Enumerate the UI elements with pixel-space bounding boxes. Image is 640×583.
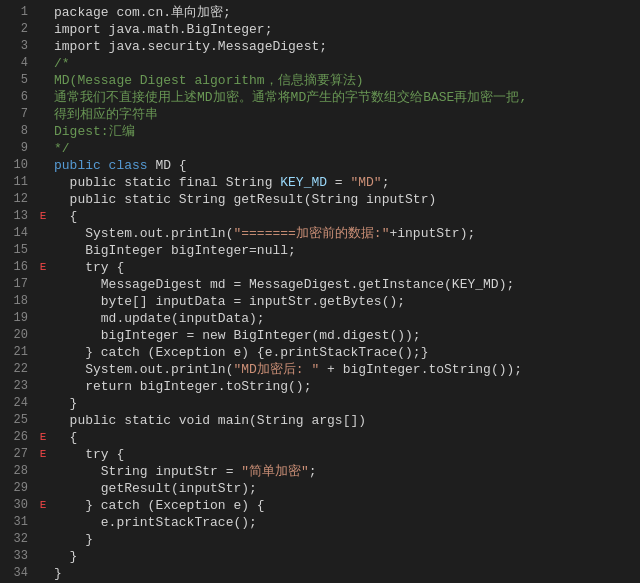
line-number: 6 xyxy=(0,89,36,106)
line-content: try { xyxy=(50,259,640,276)
code-token: bigInteger = new BigInteger(md.digest())… xyxy=(54,328,421,343)
code-line: 11 public static final String KEY_MD = "… xyxy=(0,174,640,191)
line-content: public static String getResult(String in… xyxy=(50,191,640,208)
code-token: } xyxy=(54,566,62,581)
code-token: "简单加密" xyxy=(241,464,309,479)
line-content: MessageDigest md = MessageDigest.getInst… xyxy=(50,276,640,293)
code-line: 26E { xyxy=(0,429,640,446)
code-token: md.update(inputData); xyxy=(54,311,265,326)
line-content: 得到相应的字符串 xyxy=(50,106,640,123)
code-line: 17 MessageDigest md = MessageDigest.getI… xyxy=(0,276,640,293)
code-line: 9*/ xyxy=(0,140,640,157)
code-token: } xyxy=(54,549,77,564)
code-line: 19 md.update(inputData); xyxy=(0,310,640,327)
code-token: return bigInteger.toString(); xyxy=(54,379,311,394)
code-token: Digest:汇编 xyxy=(54,124,135,139)
line-content: MD(Message Digest algorithm，信息摘要算法) xyxy=(50,72,640,89)
code-token: class xyxy=(109,158,156,173)
line-gutter: E xyxy=(36,446,50,463)
line-content: BigInteger bigInteger=null; xyxy=(50,242,640,259)
line-content: return bigInteger.toString(); xyxy=(50,378,640,395)
line-number: 4 xyxy=(0,55,36,72)
line-number: 11 xyxy=(0,174,36,191)
code-token: package com.cn.单向加密; xyxy=(54,5,231,20)
code-line: 30E } catch (Exception e) { xyxy=(0,497,640,514)
line-content: package com.cn.单向加密; xyxy=(50,4,640,21)
line-number: 14 xyxy=(0,225,36,242)
code-line: 13E { xyxy=(0,208,640,225)
code-token: ; xyxy=(382,175,390,190)
code-line: 3import java.security.MessageDigest; xyxy=(0,38,640,55)
line-gutter: E xyxy=(36,259,50,276)
code-token: System.out.println( xyxy=(54,226,233,241)
line-content: } xyxy=(50,565,640,582)
line-number: 3 xyxy=(0,38,36,55)
code-line: 15 BigInteger bigInteger=null; xyxy=(0,242,640,259)
code-line: 12 public static String getResult(String… xyxy=(0,191,640,208)
line-content: public static void main(String args[]) xyxy=(50,412,640,429)
line-number: 24 xyxy=(0,395,36,412)
code-line: 34} xyxy=(0,565,640,582)
line-number: 9 xyxy=(0,140,36,157)
code-token: public static final String xyxy=(54,175,280,190)
line-number: 31 xyxy=(0,514,36,531)
code-token: "=======加密前的数据:" xyxy=(233,226,389,241)
code-token: MD(Message Digest algorithm，信息摘要算法) xyxy=(54,73,363,88)
code-token: BigInteger bigInteger=null; xyxy=(54,243,296,258)
code-line: 8Digest:汇编 xyxy=(0,123,640,140)
code-token: System.out.println( xyxy=(54,362,233,377)
code-token: = xyxy=(327,175,350,190)
code-token: public static String getResult(String in… xyxy=(54,192,436,207)
line-content: { xyxy=(50,429,640,446)
code-token: try { xyxy=(54,447,124,462)
code-line: 16E try { xyxy=(0,259,640,276)
line-number: 29 xyxy=(0,480,36,497)
code-line: 23 return bigInteger.toString(); xyxy=(0,378,640,395)
line-content: { xyxy=(50,208,640,225)
code-token: KEY_MD xyxy=(280,175,327,190)
code-token: MD { xyxy=(155,158,186,173)
code-token: } xyxy=(54,532,93,547)
code-token: { xyxy=(54,209,77,224)
code-token: 通常我们不直接使用上述MD加密。通常将MD产生的字节数组交给BASE再加密一把, xyxy=(54,90,527,105)
line-number: 32 xyxy=(0,531,36,548)
code-line: 14 System.out.println("=======加密前的数据:"+i… xyxy=(0,225,640,242)
line-gutter: E xyxy=(36,429,50,446)
code-token: +inputStr); xyxy=(389,226,475,241)
line-number: 21 xyxy=(0,344,36,361)
code-token: byte[] inputData = inputStr.getBytes(); xyxy=(54,294,405,309)
code-line: 28 String inputStr = "简单加密"; xyxy=(0,463,640,480)
code-line: 20 bigInteger = new BigInteger(md.digest… xyxy=(0,327,640,344)
code-line: 4/* xyxy=(0,55,640,72)
line-number: 16 xyxy=(0,259,36,276)
code-token: String inputStr = xyxy=(54,464,241,479)
line-content: public class MD { xyxy=(50,157,640,174)
line-content: String inputStr = "简单加密"; xyxy=(50,463,640,480)
code-token: /* xyxy=(54,56,70,71)
code-token: } catch (Exception e) {e.printStackTrace… xyxy=(54,345,428,360)
line-content: byte[] inputData = inputStr.getBytes(); xyxy=(50,293,640,310)
line-content: Digest:汇编 xyxy=(50,123,640,140)
code-line: 33 } xyxy=(0,548,640,565)
code-line: 29 getResult(inputStr); xyxy=(0,480,640,497)
line-content: } xyxy=(50,395,640,412)
code-token: { xyxy=(54,430,77,445)
code-line: 22 System.out.println("MD加密后: " + bigInt… xyxy=(0,361,640,378)
line-number: 7 xyxy=(0,106,36,123)
code-line: 10public class MD { xyxy=(0,157,640,174)
line-content: } xyxy=(50,531,640,548)
line-content: System.out.println("=======加密前的数据:"+inpu… xyxy=(50,225,640,242)
code-line: 5MD(Message Digest algorithm，信息摘要算法) xyxy=(0,72,640,89)
line-content: } xyxy=(50,548,640,565)
code-token: */ xyxy=(54,141,70,156)
code-token: e.printStackTrace(); xyxy=(54,515,257,530)
code-token: } xyxy=(54,396,77,411)
code-token: + bigInteger.toString()); xyxy=(319,362,522,377)
line-number: 17 xyxy=(0,276,36,293)
code-token: import java.math.BigInteger; xyxy=(54,22,272,37)
line-number: 13 xyxy=(0,208,36,225)
line-content: /* xyxy=(50,55,640,72)
line-content: 通常我们不直接使用上述MD加密。通常将MD产生的字节数组交给BASE再加密一把, xyxy=(50,89,640,106)
line-number: 33 xyxy=(0,548,36,565)
line-content: getResult(inputStr); xyxy=(50,480,640,497)
